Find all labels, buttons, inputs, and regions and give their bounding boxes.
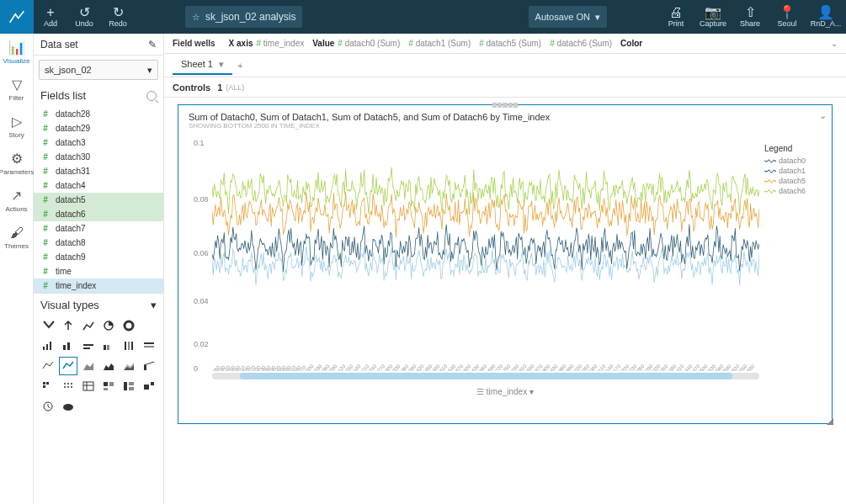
field-item[interactable]: #datach5 [34,193,163,207]
visual-type-option[interactable] [39,397,57,416]
rail-parameters[interactable]: ⚙Parameters [0,145,34,182]
pin-icon: 📍 [779,6,795,19]
x-ticks: 4604905205505806106406707007307607908208… [212,363,759,371]
chart-menu-icon[interactable]: ⌄ [819,110,827,121]
chart-title: Sum of Datach0, Sum of Datach1, Sum of D… [178,105,832,122]
analysis-title-input[interactable]: ☆ sk_json_02 analysis [185,6,302,28]
field-item[interactable]: #datach28 [34,107,163,121]
visual-type-option[interactable] [39,377,57,395]
legend-item[interactable]: datach0 [764,157,823,165]
legend-item[interactable]: datach6 [764,187,823,195]
app-logo[interactable] [0,0,34,34]
legend-item[interactable]: datach1 [764,167,823,175]
visual-type-option[interactable] [79,377,98,395]
svg-rect-12 [128,342,130,350]
value-field[interactable]: # datach6 (Sum) [550,39,612,48]
field-item[interactable]: #datach4 [34,178,163,193]
sliders-icon: ⚙ [11,151,23,167]
visual-type-option[interactable] [39,337,57,355]
value-field[interactable]: # datach0 (Sum) [338,39,400,48]
visual-type-option[interactable] [120,337,138,355]
x-scrollbar[interactable] [212,373,759,379]
chart-visual[interactable]: ⌄ Sum of Datach0, Sum of Datach1, Sum of… [178,104,833,424]
search-icon[interactable] [146,91,157,101]
add-sheet-button[interactable]: + [237,61,242,71]
field-item[interactable]: #datach6 [34,207,163,221]
visual-type-option[interactable] [79,316,98,335]
visual-types-grid [34,316,163,416]
dataset-select[interactable]: sk_json_02 ▾ [39,60,158,80]
visual-type-option[interactable] [59,316,77,335]
field-item[interactable]: #datach30 [34,150,163,164]
xaxis-field[interactable]: # time_index [257,39,305,48]
expand-fieldwells-icon[interactable]: ⌄ [831,39,838,48]
visual-type-option[interactable] [79,337,98,355]
user-button[interactable]: 👤RnD_A... [806,0,846,34]
controls-bar[interactable]: Controls 1 (ALL) [164,77,846,98]
visual-type-option[interactable] [140,316,158,335]
visual-type-option[interactable] [99,377,118,395]
hash-icon: # [40,138,51,147]
resize-handle[interactable] [825,416,833,425]
edit-dataset-icon[interactable]: ✎ [148,39,157,50]
visual-type-option[interactable] [59,357,77,375]
region-button[interactable]: 📍Seoul [769,0,806,34]
rail-themes[interactable]: 🖌Themes [0,219,34,256]
drag-handle[interactable] [492,103,518,108]
y-axis: 0.10.080.060.040.020 [187,139,212,364]
capture-button[interactable]: 📷Capture [694,0,732,34]
visual-type-option[interactable] [120,357,138,375]
svg-point-22 [71,383,72,385]
hash-icon: # [40,281,51,290]
sheet-tab[interactable]: Sheet 1 ▾ [173,56,232,75]
visual-type-option[interactable] [140,337,158,355]
field-item[interactable]: #datach3 [34,135,163,150]
chevron-down-icon[interactable]: ▾ [151,299,157,311]
visual-type-option[interactable] [99,357,118,375]
field-item[interactable]: #time_index [34,279,163,293]
add-button[interactable]: +Add [34,0,67,34]
visual-type-option[interactable] [59,377,77,395]
field-wells[interactable]: Field wells X axis # time_index Value # … [164,34,846,54]
field-item[interactable]: #datach29 [34,121,163,135]
visual-type-option[interactable] [79,357,98,375]
print-button[interactable]: 🖨Print [657,0,694,34]
field-item[interactable]: #datach31 [34,164,163,178]
visual-type-option[interactable] [99,316,118,335]
svg-rect-11 [125,342,126,350]
undo-button[interactable]: ↺Undo [67,0,101,34]
visual-type-option[interactable] [120,316,138,335]
svg-point-21 [67,383,69,385]
brush-icon: 🖌 [10,225,24,241]
x-axis-label[interactable]: ☰ time_index ▾ [187,387,823,396]
canvas[interactable]: ⌄ Sum of Datach0, Sum of Datach1, Sum of… [164,98,846,504]
autosave-toggle[interactable]: Autosave ON ▾ [529,6,607,28]
rail-actions[interactable]: ↗Actions [0,182,34,219]
redo-button[interactable]: ↻Redo [101,0,135,34]
field-item[interactable]: #datach8 [34,236,163,250]
value-field[interactable]: # datach5 (Sum) [479,39,541,48]
visual-type-option[interactable] [140,357,158,375]
svg-rect-5 [63,345,66,350]
svg-point-1 [125,321,133,330]
visual-type-option[interactable] [59,337,77,355]
legend-item[interactable]: datach5 [764,177,823,185]
visual-type-option[interactable] [140,377,158,395]
visual-type-option[interactable] [99,337,118,355]
visual-type-option[interactable] [120,377,138,395]
svg-rect-18 [46,382,49,385]
star-icon[interactable]: ☆ [192,12,200,23]
field-item[interactable]: #datach9 [34,250,163,264]
share-button[interactable]: ⇧Share [732,0,769,34]
field-item[interactable]: #datach7 [34,221,163,236]
hash-icon: # [40,238,51,247]
visual-type-option[interactable] [39,357,57,375]
analysis-title: sk_json_02 analysis [205,11,295,23]
rail-visualize[interactable]: 📊Visualize [0,34,34,71]
visual-type-option[interactable] [59,397,77,416]
rail-story[interactable]: ▷Story [0,108,34,145]
rail-filter[interactable]: ▽Filter [0,71,34,108]
visual-type-option[interactable] [39,316,57,335]
value-field[interactable]: # datach1 (Sum) [408,39,471,48]
field-item[interactable]: #time [34,264,163,279]
